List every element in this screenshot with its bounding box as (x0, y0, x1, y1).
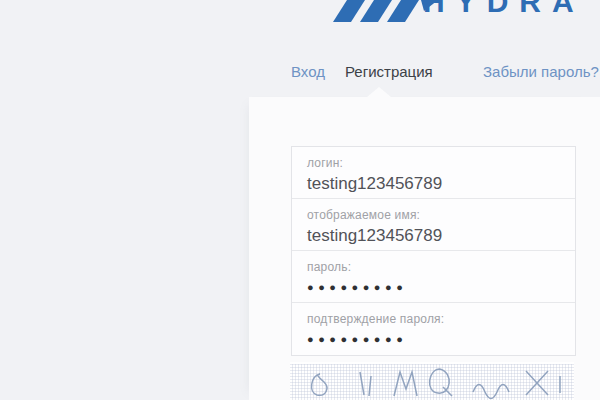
password-field[interactable]: пароль: ●●●●●●●●● (292, 251, 575, 303)
registration-page: { "logo": { "text": "HYDRA" }, "nav": { … (0, 0, 600, 400)
password-confirm-label: подтверждение пароля: (307, 312, 561, 326)
tab-forgot-password[interactable]: Забыли пароль? (483, 63, 599, 80)
display-name-field[interactable]: отображаемое имя: testing123456789 (292, 199, 575, 251)
captcha-image (290, 362, 574, 400)
panel-notch (367, 87, 391, 97)
password-confirm-field[interactable]: подтверждение пароля: ●●●●●●●●● (292, 303, 575, 355)
display-name-value: testing123456789 (307, 226, 561, 246)
display-name-label: отображаемое имя: (307, 208, 561, 222)
password-confirm-value: ●●●●●●●●● (307, 333, 561, 345)
logo-text: HYDRA (423, 0, 578, 13)
password-label: пароль: (307, 260, 561, 274)
password-value: ●●●●●●●●● (307, 281, 561, 293)
login-label: логин: (307, 156, 561, 170)
tab-registration[interactable]: Регистрация (345, 63, 433, 80)
login-field[interactable]: логин: testing123456789 (292, 147, 575, 199)
logo: HYDRA (333, 0, 578, 24)
login-value: testing123456789 (307, 174, 561, 194)
registration-form: логин: testing123456789 отображаемое имя… (291, 146, 576, 356)
tab-login[interactable]: Вход (291, 63, 325, 80)
